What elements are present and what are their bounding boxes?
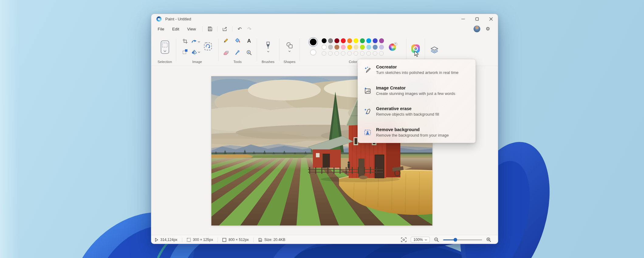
section-label-brushes: Brushes — [257, 60, 279, 66]
menu-edit[interactable]: Edit — [168, 26, 183, 33]
resize-icon — [183, 49, 188, 54]
undo-button[interactable]: ↶ — [235, 25, 245, 33]
palette-color[interactable] — [360, 38, 365, 43]
palette-color[interactable] — [366, 38, 371, 43]
crop-button[interactable] — [183, 39, 188, 45]
cursor-position: 314,124px — [155, 238, 177, 242]
ai-select-icon — [204, 42, 212, 51]
menu-item-title: Remove background — [376, 127, 449, 133]
text-tool[interactable]: A — [247, 38, 251, 44]
resize-button[interactable] — [183, 49, 188, 55]
chevron-down-icon — [198, 41, 200, 43]
maximize-icon — [475, 17, 479, 21]
palette-color[interactable] — [322, 38, 327, 43]
menu-item-desc: Turn sketches into polished artwork in r… — [376, 70, 458, 75]
selection-icon — [160, 40, 170, 54]
file-size: Size: 20.4KB — [258, 238, 285, 242]
zoom-out-button[interactable] — [434, 237, 439, 242]
palette-color[interactable] — [354, 38, 358, 43]
save-button[interactable] — [205, 25, 215, 33]
share-button[interactable] — [220, 25, 230, 33]
color-picker-tool[interactable] — [235, 50, 240, 57]
generative-erase-icon — [364, 108, 371, 115]
maximize-button[interactable] — [470, 14, 484, 24]
background-color-swatch[interactable] — [310, 49, 316, 55]
palette-color[interactable] — [379, 45, 384, 50]
palette-color[interactable] — [373, 45, 378, 50]
custom-color-slot[interactable] — [360, 51, 365, 56]
layers-icon — [430, 46, 438, 54]
section-label-shapes: Shapes — [279, 60, 300, 66]
custom-color-slot[interactable] — [354, 51, 358, 56]
menu-item-remove-background[interactable]: Remove background Remove the background … — [358, 122, 475, 143]
palette-color[interactable] — [334, 45, 339, 50]
ai-select-button[interactable] — [204, 42, 212, 52]
fit-to-screen-icon[interactable] — [401, 237, 406, 242]
brushes-button[interactable] — [265, 42, 271, 52]
pencil-tool[interactable] — [223, 38, 229, 44]
image-creator-icon — [364, 87, 371, 94]
redo-button[interactable]: ↷ — [245, 25, 254, 33]
palette-color[interactable] — [322, 45, 327, 50]
palette-color[interactable] — [328, 38, 333, 43]
palette-color[interactable] — [341, 45, 346, 50]
titlebar[interactable]: Paint - Untitled — [151, 14, 498, 24]
custom-color-slot[interactable] — [334, 51, 339, 56]
menu-item-desc: Remove objects with background fill — [376, 112, 439, 117]
section-label-selection: Selection — [154, 60, 176, 66]
custom-color-slot[interactable] — [341, 51, 345, 56]
crop-icon — [183, 39, 188, 44]
account-avatar[interactable] — [474, 26, 480, 32]
custom-color-slot[interactable] — [328, 51, 333, 56]
zoom-level-dropdown[interactable]: 100% — [411, 237, 430, 243]
flip-icon — [191, 50, 197, 54]
menu-item-desc: Remove the background from your image — [376, 133, 449, 138]
zoom-level-value: 100% — [413, 238, 423, 242]
flip-button[interactable] — [191, 50, 200, 54]
custom-color-slot[interactable] — [347, 51, 352, 56]
zoom-in-button[interactable] — [486, 237, 491, 242]
color-picker-icon — [235, 50, 240, 55]
eraser-tool[interactable] — [223, 50, 229, 56]
fill-tool[interactable] — [235, 38, 241, 44]
edit-colors-button[interactable]: + — [389, 44, 396, 51]
selection-tool-button[interactable] — [160, 40, 170, 54]
palette-color[interactable] — [354, 45, 358, 50]
palette-color[interactable] — [373, 38, 378, 43]
shapes-button[interactable] — [286, 42, 293, 52]
palette-color[interactable] — [360, 45, 365, 50]
selection-size-value: 300 × 125px — [193, 238, 213, 242]
custom-color-slot[interactable] — [379, 51, 384, 56]
menu-item-image-creator[interactable]: Image Creator Create stunning images wit… — [358, 80, 475, 101]
paint-window: Paint - Untitled File Edit View — [151, 14, 498, 244]
cocreator-icon — [364, 66, 371, 73]
window-title: Paint - Untitled — [165, 17, 191, 21]
minimize-button[interactable] — [456, 14, 470, 24]
menu-item-generative-erase[interactable]: Generative erase Remove objects with bac… — [358, 101, 475, 122]
foreground-color-swatch[interactable] — [310, 39, 317, 45]
statusbar: 314,124px 300 × 125px 800 × 512px — [151, 235, 498, 244]
rotate-button[interactable] — [191, 40, 200, 44]
palette-color[interactable] — [379, 38, 384, 43]
menu-view[interactable]: View — [183, 26, 200, 33]
palette-color[interactable] — [334, 38, 339, 43]
palette-color[interactable] — [347, 45, 352, 50]
rotate-icon — [191, 40, 197, 44]
zoom-slider[interactable] — [443, 238, 482, 242]
custom-color-slot[interactable] — [373, 51, 377, 56]
close-button[interactable] — [484, 14, 498, 24]
palette-color[interactable] — [366, 45, 371, 50]
zoom-slider-thumb[interactable] — [454, 238, 457, 242]
palette-color[interactable] — [347, 38, 352, 43]
palette-color[interactable] — [341, 38, 346, 43]
menubar-right: ⚙ — [474, 26, 498, 32]
settings-gear-icon[interactable]: ⚙ — [486, 26, 490, 31]
custom-color-slot[interactable] — [322, 51, 326, 56]
magnifier-tool[interactable] — [246, 50, 252, 57]
menu-file[interactable]: File — [154, 26, 168, 33]
custom-color-slot[interactable] — [366, 51, 371, 56]
palette-color[interactable] — [328, 45, 333, 50]
menubar: File Edit View ↶ ↷ ⚙ — [151, 24, 498, 34]
tools-section: A — [218, 34, 257, 66]
menu-item-cocreator[interactable]: Cocreator Turn sketches into polished ar… — [358, 59, 475, 80]
